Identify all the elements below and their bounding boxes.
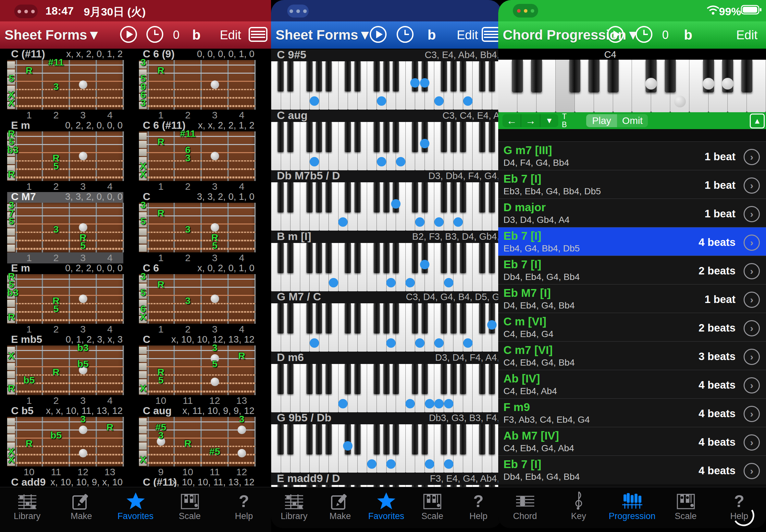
piano-chord-row[interactable]: G M7 / C C3, D4, G4, B4, D5, G [271,291,502,352]
degree-label: 3 [139,200,147,210]
guitar-chord-card[interactable]: E m 0, 2, 2, 0, 0, 0R5b3R5R1234 [7,263,123,335]
progression-row[interactable]: C m [VI] C4, Eb4, G4 2 beats › [498,313,766,342]
degree-label: 5 [139,288,147,297]
guitar-chord-card[interactable]: C add9 x, 10, 10, 9, x, 1010111213 [7,478,123,487]
tab-favorites[interactable]: Favorites [113,487,158,521]
black-key[interactable] [531,60,542,92]
black-key [287,364,293,394]
piano-chord-row[interactable]: D m6 D3, D4, F4, A4, [271,352,502,412]
play-segment-button[interactable]: Play [586,114,617,127]
progression-row[interactable]: Eb 7 [I] Db4, Eb4, G4, Bb4 2 beats › [498,256,766,284]
progression-row[interactable]: G m7 [III] D4, F4, G4, Bb4 1 beat › [498,141,766,170]
piano-chord-row[interactable]: G 9b5 / Db Db3, G3, B3, F4, [271,412,502,473]
tab-make[interactable]: Make [317,487,363,521]
metronome-clock-icon[interactable] [635,25,653,45]
tab-library[interactable]: Library [271,487,317,521]
progression-row[interactable]: D major D3, D4, Gb4, A4 1 beat › [498,199,766,227]
detail-chevron-icon[interactable]: › [744,149,760,165]
black-key [383,424,390,454]
piano-chord-row[interactable]: B m [I] B2, F3, B3, D4, Gb4, [271,231,502,291]
tab-help[interactable]: ?Help [221,487,267,521]
detail-chevron-icon[interactable]: › [744,177,760,194]
piano-keyboard-mini [271,424,502,473]
fretboard: 3Rb5RXX [7,417,123,466]
tab-scale[interactable]: Scale [167,487,213,521]
progression-row[interactable]: Eb 7 [I] Eb4, G4, Bb4, Db5 4 beats › [498,227,766,256]
guitar-chord-card[interactable]: C (#11) x, x, 2, 0, 1, 2#11R53XX1234 [7,49,123,121]
guitar-chord-card[interactable]: C 6 x, 0, 2, 0, 1, 03R536X1234 [139,263,255,335]
detail-chevron-icon[interactable]: › [744,349,760,365]
progression-row[interactable]: Eb 7 [I] Eb3, Eb4, G4, Bb4, Db5 1 beat › [498,170,766,199]
tab-progression[interactable]: Progression [610,487,655,521]
flat-toggle[interactable]: b [684,27,692,43]
next-chord-button[interactable]: → [521,114,540,127]
guitar-chord-card[interactable]: E m 0, 2, 2, 0, 0, 0R5b3R5R1234 [7,121,123,192]
play-icon[interactable] [606,25,625,45]
omit-segment-button[interactable]: Omit [617,114,648,127]
guitar-chord-card[interactable]: C x, 10, 10, 12, 13, 123R5R5X10111213 [139,335,255,406]
guitar-chord-card[interactable]: C 6 (#11) x, x, 2, 2, 1, 2#11R63XX1234 [139,121,255,192]
tab-scale[interactable]: Scale [663,487,709,521]
tab-make[interactable]: Make [59,487,104,521]
detail-chevron-icon[interactable]: › [744,434,760,451]
detail-chevron-icon[interactable]: › [744,206,760,222]
black-key[interactable] [569,60,580,92]
piano-chord-row[interactable]: E madd9 / D F3, E4, G4, Ab4, [271,473,502,488]
degree-label: R [7,312,16,322]
piano-keyboard-mini [271,364,502,412]
piano-chord-row[interactable]: C 9#5 C3, E4, Ab4, Bb4, [271,49,502,110]
detail-chevron-icon[interactable]: › [744,406,760,422]
tab-library[interactable]: Library [5,487,50,521]
chord-notes: C4, Eb4, Ab4 [504,386,557,396]
black-key[interactable] [589,60,600,92]
progression-row[interactable]: Ab [IV] C4, Eb4, Ab4 4 beats › [498,370,766,399]
piano-chord-row[interactable]: C aug C3, C4, E4, A [271,110,502,170]
detail-chevron-icon[interactable]: › [744,292,760,308]
pressed-note-dot [420,139,430,148]
guitar-chord-card[interactable]: C M7 3, 3, 2, 0, 0, 03753R51234 [7,192,123,263]
guitar-chord-card[interactable]: C 6 (9) 0, 0, 0, 0, 1, 03R59631234 [139,49,255,121]
progression-row[interactable]: C m7 [VI] C4, Eb4, G4, Bb4 3 beats › [498,341,766,370]
progression-row[interactable]: Eb 7 [I] Db4, Eb4, G4, Bb4 4 beats › [498,455,766,484]
window-controls-pill[interactable] [513,4,538,18]
guitar-chord-card[interactable]: C aug x, 11, 10, 9, 9, 123#53R#5X9101112 [139,406,255,478]
black-key[interactable] [665,60,676,92]
black-key [277,122,284,152]
black-key [287,243,293,273]
detail-chevron-icon[interactable]: › [744,320,760,336]
black-key[interactable] [741,60,752,92]
guitar-chord-card[interactable]: E mb5 0, 1, 2, 3, x, 3b3Xb5Rb5R1234 [7,335,123,406]
tab-chord[interactable]: Chord [503,487,548,521]
eject-panel-button[interactable]: ▲ [750,114,765,128]
black-key[interactable] [512,60,523,92]
pressed-note-dot [310,96,319,106]
edit-button[interactable]: Edit [736,28,757,42]
chord-notes: D3, D4, Gb4, A4 [504,215,570,225]
black-key [393,61,399,91]
progression-row[interactable]: F m9 F3, Ab3, C4, Eb4, G4 4 beats › [498,398,766,427]
insert-down-button[interactable]: ▼ [541,114,558,127]
degree-label: 3 [139,272,147,281]
progression-row[interactable]: Ab M7 [IV] C4, Eb4, G4, Ab4 4 beats › [498,427,766,456]
detail-chevron-icon[interactable]: › [744,377,760,393]
chord-icon [516,491,535,510]
piano-chord-row[interactable]: Db M7b5 / D D3, Db4, F4, G4, [271,170,502,231]
black-key[interactable] [608,60,619,92]
guitar-chord-card[interactable]: C (#11) x, 10, 10, 11, 13, 1210111213 [139,478,255,487]
degree-label: 5 [7,216,16,226]
tab-key[interactable]: Key [556,487,602,521]
capo-counter[interactable]: 0 [662,28,669,42]
black-key [287,61,293,91]
prev-chord-button[interactable]: ← [503,114,521,127]
black-key [354,243,360,273]
tab-scale[interactable]: Scale [410,487,455,521]
guitar-chord-card[interactable]: C 3, 3, 2, 0, 1, 03R53R51234 [139,192,255,263]
detail-chevron-icon[interactable]: › [744,463,760,479]
tab-help[interactable]: ?Help [456,487,501,521]
tab-favorites[interactable]: Favorites [363,487,409,521]
pressed-note-dot [386,278,396,287]
guitar-chord-card[interactable]: C b5 x, x, 10, 11, 13, 123Rb5RXX10111213 [7,406,123,478]
progression-row[interactable]: Eb M7 [I] D4, Eb4, G4, Bb4 1 beat › [498,284,766,313]
detail-chevron-icon[interactable]: › [744,235,760,251]
detail-chevron-icon[interactable]: › [744,263,760,279]
